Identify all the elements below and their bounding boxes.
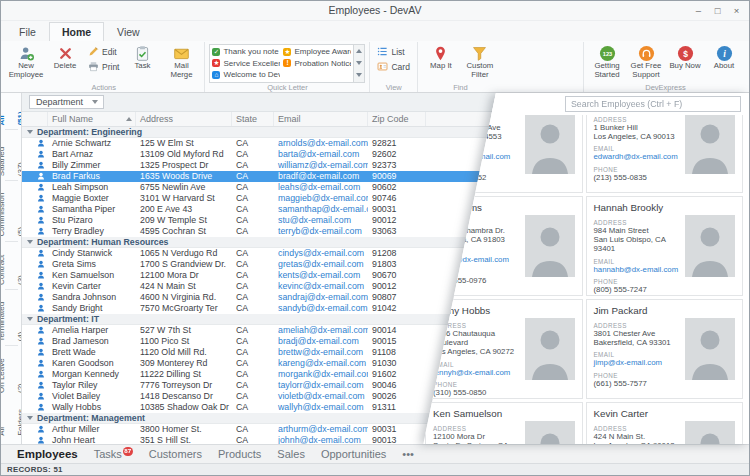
new-employee-button[interactable]: New Employee [7, 42, 45, 79]
module-tab-customers[interactable]: Customers [141, 445, 210, 463]
side-tab-terminated-4[interactable]: Terminated (4) [1, 290, 22, 345]
gallery-down-button[interactable] [354, 57, 364, 69]
email-link[interactable]: terryb@dx-email.com [274, 226, 368, 237]
ribbon-group-label: Find [422, 83, 499, 92]
quick-letter-item-probation-notice[interactable]: Probation Notice [283, 58, 351, 70]
email-link[interactable]: kareng@dx-email.com [274, 358, 368, 369]
full-name-cell: Billy Zimmer [48, 160, 136, 171]
email-link[interactable]: arnolds@dx-email.com [274, 138, 368, 149]
email-link[interactable]: barta@dx-email.com [274, 149, 368, 160]
email-link[interactable]: samanthap@dx-email.com [274, 204, 368, 215]
search-input[interactable] [565, 96, 741, 112]
print-button[interactable]: Print [85, 60, 122, 73]
zip-cell: 90013 [368, 435, 426, 445]
email-link[interactable]: bradf@dx-email.com [274, 171, 368, 182]
column-header-state[interactable]: State [232, 112, 274, 126]
employee-card[interactable]: Hannah BrooklyADDRESS984 Main StreetSan … [586, 196, 744, 296]
module-tab-sales[interactable]: Sales [269, 445, 313, 463]
module-tab-bar: EmployeesTasks87CustomersProductsSalesOp… [1, 444, 749, 463]
email-link[interactable]: kevinc@dx-email.com [274, 281, 368, 292]
task-button[interactable]: Task [123, 42, 161, 71]
email-link[interactable]: bradj@dx-email.com [274, 336, 368, 347]
delete-button[interactable]: Delete [46, 42, 84, 71]
close-button[interactable]: × [727, 1, 746, 20]
module-tab-more[interactable]: ••• [394, 445, 422, 463]
email-link[interactable]: gretas@dx-email.com [274, 259, 368, 270]
about-button[interactable]: i About [705, 42, 743, 71]
card-address-label: ADDRESS [594, 322, 689, 329]
tab-view[interactable]: View [104, 22, 153, 41]
card-email-value[interactable]: edwardh@dx-email.com [594, 152, 689, 161]
email-link[interactable]: morgank@dx-email.com [274, 369, 368, 380]
email-link[interactable]: taylorr@dx-email.com [274, 380, 368, 391]
address-cell: 1700 S Grandview Dr. [136, 259, 232, 270]
buy-now-button[interactable]: $ Buy Now [666, 42, 704, 71]
side-tab-on-leave-2[interactable]: On Leave (2) [1, 346, 22, 397]
ribbon-group-label: Quick Letter [209, 83, 365, 92]
ribbon-group-actions: New Employee Delete Edit Print [3, 42, 204, 92]
map-it-button[interactable]: Map It [422, 42, 460, 71]
email-link[interactable]: arthurm@dx-email.com [274, 424, 368, 435]
email-link[interactable]: kents@dx-email.com [274, 270, 368, 281]
side-tab-all-51[interactable]: All (51) [1, 97, 22, 130]
side-tab-contract-3[interactable]: Contract (3) [1, 242, 22, 289]
minimize-button[interactable]: – [689, 1, 708, 20]
card-phone-label: PHONE [594, 372, 689, 379]
quick-letter-item-service-excellence[interactable]: Service Excellence [212, 58, 280, 70]
employee-card[interactable]: Jim PackardADDRESS3801 Chester AveBakers… [586, 299, 744, 399]
quick-letter-item-thank-you-note[interactable]: Thank you note [212, 46, 280, 58]
email-link[interactable]: brettw@dx-email.com [274, 347, 368, 358]
email-link[interactable]: stu@dx-email.com [274, 215, 368, 226]
card-address-value: San Luis Obispo, CA 93401 [594, 235, 689, 254]
employee-photo [685, 215, 735, 277]
module-tab-employees[interactable]: Employees [9, 445, 86, 463]
list-view-button[interactable]: List [374, 45, 412, 58]
card-address-value: 984 Main Street [594, 226, 689, 235]
module-tab-tasks[interactable]: Tasks87 [86, 445, 141, 463]
tab-file[interactable]: File [6, 22, 49, 41]
email-link[interactable]: johnh@dx-email.com [274, 435, 368, 445]
full-name-cell: Taylor Riley [48, 380, 136, 391]
email-link[interactable]: maggieb@dx-email.com [274, 193, 368, 204]
tab-home[interactable]: Home [49, 22, 104, 41]
group-by-chip-department[interactable]: Department [29, 95, 104, 109]
module-tab-products[interactable]: Products [210, 445, 269, 463]
zip-cell: 90670 [368, 270, 426, 281]
email-link[interactable]: williamz@dx-email.com [274, 160, 368, 171]
quick-letter-item-welcome-to-devav[interactable]: Welcome to DevAV [212, 69, 280, 81]
ribbon-group-label: DevExpress [588, 83, 743, 92]
mail-merge-button[interactable]: Mail Merge [162, 42, 200, 79]
email-link[interactable]: sandyb@dx-email.com [274, 303, 368, 314]
custom-filter-button[interactable]: Custom Filter [461, 42, 499, 79]
employee-card[interactable]: Ken SamuelsonADDRESS12100 Mora DrSanta F… [425, 402, 583, 445]
column-header-zip-code[interactable]: Zip Code [368, 112, 426, 126]
get-free-support-button[interactable]: Get Free Support [627, 42, 665, 79]
address-cell: 1065 N Verdugo Rd [136, 248, 232, 259]
side-tab-all-folders[interactable]: All Folders [1, 397, 22, 440]
group-row-label: Department: Human Resources [37, 237, 169, 247]
email-link[interactable]: sandraj@dx-email.com [274, 292, 368, 303]
column-header-address[interactable]: Address [136, 112, 232, 126]
employee-icon [22, 336, 48, 347]
side-tab-commission-5[interactable]: Commission (5) [1, 181, 22, 241]
column-header-full-name[interactable]: Full Name [48, 112, 136, 126]
gallery-up-button[interactable] [354, 45, 364, 57]
email-link[interactable]: violetb@dx-email.com [274, 391, 368, 402]
gallery-dropdown-button[interactable] [354, 69, 364, 81]
card-email-value[interactable]: hannahb@dx-email.com [594, 265, 689, 274]
email-link[interactable]: wallyh@dx-email.com [274, 402, 368, 413]
side-tab-salaried-37[interactable]: Salaried (37) [1, 130, 22, 180]
maximize-button[interactable]: □ [708, 1, 727, 20]
module-tab-opportunities[interactable]: Opportunities [313, 445, 394, 463]
card-view-button[interactable]: Card [374, 60, 412, 73]
quick-letter-item-employee-award[interactable]: Employee Award [283, 46, 351, 58]
email-link[interactable]: ameliah@dx-email.com [274, 325, 368, 336]
card-email-value[interactable]: jennyh@dx-email.com [433, 368, 528, 377]
card-email-value[interactable]: jimp@dx-email.com [594, 358, 689, 367]
email-link[interactable]: leahs@dx-email.com [274, 182, 368, 193]
edit-button[interactable]: Edit [85, 45, 122, 58]
employee-card[interactable]: Kevin CarterADDRESS424 N Main St.Los Ang… [586, 402, 744, 445]
getting-started-button[interactable]: 123 Getting Started [588, 42, 626, 79]
column-header-email[interactable]: Email [274, 112, 368, 126]
email-link[interactable]: cindys@dx-email.com [274, 248, 368, 259]
